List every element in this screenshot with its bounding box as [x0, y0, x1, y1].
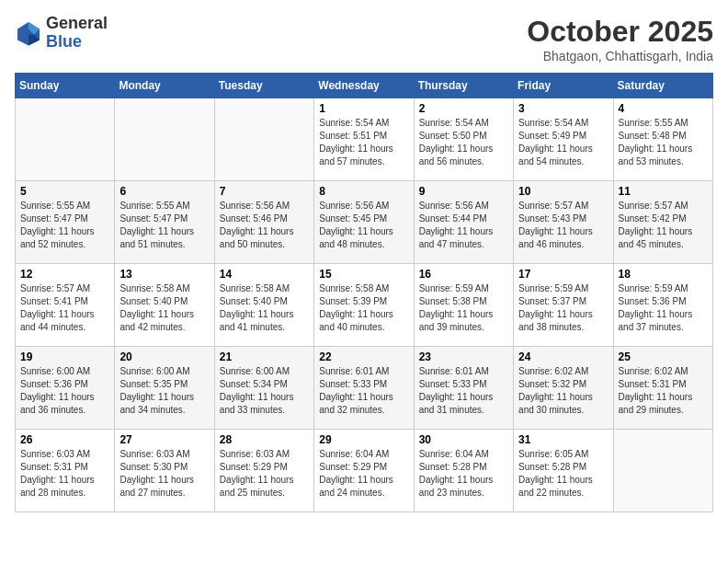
- day-cell: [115, 98, 214, 181]
- day-number: 4: [619, 102, 708, 115]
- day-info: Sunrise: 5:58 AM Sunset: 5:39 PM Dayligh…: [319, 282, 408, 334]
- day-number: 18: [619, 268, 708, 281]
- day-number: 29: [319, 433, 408, 446]
- day-info: Sunrise: 6:00 AM Sunset: 5:34 PM Dayligh…: [220, 365, 309, 417]
- day-number: 20: [119, 350, 209, 363]
- day-info: Sunrise: 6:05 AM Sunset: 5:28 PM Dayligh…: [518, 448, 608, 500]
- day-cell: 29Sunrise: 6:04 AM Sunset: 5:29 PM Dayli…: [314, 430, 414, 512]
- day-cell: 7Sunrise: 5:56 AM Sunset: 5:46 PM Daylig…: [214, 181, 313, 264]
- day-info: Sunrise: 6:02 AM Sunset: 5:31 PM Dayligh…: [619, 365, 708, 417]
- day-number: 25: [619, 350, 708, 363]
- week-row-3: 12Sunrise: 5:57 AM Sunset: 5:41 PM Dayli…: [16, 264, 713, 347]
- day-number: 22: [319, 350, 408, 363]
- day-info: Sunrise: 5:54 AM Sunset: 5:50 PM Dayligh…: [419, 117, 508, 168]
- day-info: Sunrise: 5:57 AM Sunset: 5:42 PM Dayligh…: [619, 200, 708, 251]
- day-info: Sunrise: 6:02 AM Sunset: 5:32 PM Dayligh…: [518, 365, 608, 417]
- day-info: Sunrise: 5:58 AM Sunset: 5:40 PM Dayligh…: [119, 282, 209, 334]
- day-cell: [214, 98, 313, 181]
- day-info: Sunrise: 6:03 AM Sunset: 5:31 PM Dayligh…: [20, 448, 109, 500]
- day-info: Sunrise: 6:03 AM Sunset: 5:29 PM Dayligh…: [220, 448, 309, 500]
- day-info: Sunrise: 5:55 AM Sunset: 5:48 PM Dayligh…: [619, 117, 708, 168]
- day-number: 5: [20, 185, 109, 198]
- day-number: 2: [419, 102, 508, 115]
- day-info: Sunrise: 5:59 AM Sunset: 5:36 PM Dayligh…: [619, 282, 708, 334]
- day-number: 13: [119, 268, 209, 281]
- day-number: 31: [518, 433, 608, 446]
- day-cell: 12Sunrise: 5:57 AM Sunset: 5:41 PM Dayli…: [16, 264, 115, 347]
- day-info: Sunrise: 6:00 AM Sunset: 5:35 PM Dayligh…: [119, 365, 209, 417]
- weekday-header-sunday: Sunday: [16, 74, 115, 98]
- day-number: 9: [419, 185, 508, 198]
- day-number: 17: [518, 268, 608, 281]
- day-info: Sunrise: 5:59 AM Sunset: 5:37 PM Dayligh…: [518, 282, 608, 334]
- weekday-header-saturday: Saturday: [613, 74, 712, 98]
- logo-general: General: [46, 15, 108, 33]
- day-cell: 13Sunrise: 5:58 AM Sunset: 5:40 PM Dayli…: [115, 264, 214, 347]
- day-number: 1: [319, 102, 408, 115]
- day-info: Sunrise: 6:04 AM Sunset: 5:28 PM Dayligh…: [419, 448, 508, 500]
- day-cell: [613, 430, 712, 512]
- day-info: Sunrise: 5:57 AM Sunset: 5:41 PM Dayligh…: [20, 282, 109, 334]
- weekday-header-friday: Friday: [514, 74, 613, 98]
- day-cell: 24Sunrise: 6:02 AM Sunset: 5:32 PM Dayli…: [514, 347, 613, 430]
- day-number: 11: [619, 185, 708, 198]
- day-info: Sunrise: 5:55 AM Sunset: 5:47 PM Dayligh…: [20, 200, 109, 251]
- day-number: 24: [518, 350, 608, 363]
- day-cell: 25Sunrise: 6:02 AM Sunset: 5:31 PM Dayli…: [613, 347, 712, 430]
- day-info: Sunrise: 5:57 AM Sunset: 5:43 PM Dayligh…: [518, 200, 608, 251]
- day-cell: 19Sunrise: 6:00 AM Sunset: 5:36 PM Dayli…: [16, 347, 115, 430]
- week-row-2: 5Sunrise: 5:55 AM Sunset: 5:47 PM Daylig…: [16, 181, 713, 264]
- day-cell: 15Sunrise: 5:58 AM Sunset: 5:39 PM Dayli…: [314, 264, 414, 347]
- day-cell: 2Sunrise: 5:54 AM Sunset: 5:50 PM Daylig…: [414, 98, 513, 181]
- weekday-header-tuesday: Tuesday: [214, 74, 313, 98]
- day-cell: 28Sunrise: 6:03 AM Sunset: 5:29 PM Dayli…: [214, 430, 313, 512]
- day-cell: 23Sunrise: 6:01 AM Sunset: 5:33 PM Dayli…: [414, 347, 513, 430]
- day-cell: 4Sunrise: 5:55 AM Sunset: 5:48 PM Daylig…: [613, 98, 712, 181]
- day-number: 23: [419, 350, 508, 363]
- calendar-table: SundayMondayTuesdayWednesdayThursdayFrid…: [15, 73, 713, 512]
- day-info: Sunrise: 5:54 AM Sunset: 5:51 PM Dayligh…: [319, 117, 408, 168]
- day-cell: 6Sunrise: 5:55 AM Sunset: 5:47 PM Daylig…: [115, 181, 214, 264]
- day-cell: 22Sunrise: 6:01 AM Sunset: 5:33 PM Dayli…: [314, 347, 414, 430]
- day-number: 21: [220, 350, 309, 363]
- day-cell: 21Sunrise: 6:00 AM Sunset: 5:34 PM Dayli…: [214, 347, 313, 430]
- day-number: 19: [20, 350, 109, 363]
- weekday-header-wednesday: Wednesday: [314, 74, 414, 98]
- day-info: Sunrise: 6:01 AM Sunset: 5:33 PM Dayligh…: [319, 365, 408, 417]
- weekday-header-monday: Monday: [115, 74, 214, 98]
- day-cell: [16, 98, 115, 181]
- title-block: October 2025 Bhatgaon, Chhattisgarh, Ind…: [527, 15, 713, 63]
- day-info: Sunrise: 6:01 AM Sunset: 5:33 PM Dayligh…: [419, 365, 508, 417]
- day-number: 7: [220, 185, 309, 198]
- day-number: 30: [419, 433, 508, 446]
- day-number: 14: [220, 268, 309, 281]
- day-info: Sunrise: 5:54 AM Sunset: 5:49 PM Dayligh…: [518, 117, 608, 168]
- day-number: 8: [319, 185, 408, 198]
- week-row-4: 19Sunrise: 6:00 AM Sunset: 5:36 PM Dayli…: [16, 347, 713, 430]
- month-title: October 2025: [527, 15, 713, 49]
- day-cell: 14Sunrise: 5:58 AM Sunset: 5:40 PM Dayli…: [214, 264, 313, 347]
- logo: General Blue: [15, 15, 108, 52]
- day-info: Sunrise: 5:56 AM Sunset: 5:46 PM Dayligh…: [220, 200, 309, 251]
- day-number: 15: [319, 268, 408, 281]
- day-number: 28: [220, 433, 309, 446]
- day-cell: 11Sunrise: 5:57 AM Sunset: 5:42 PM Dayli…: [613, 181, 712, 264]
- day-cell: 27Sunrise: 6:03 AM Sunset: 5:30 PM Dayli…: [115, 430, 214, 512]
- day-cell: 20Sunrise: 6:00 AM Sunset: 5:35 PM Dayli…: [115, 347, 214, 430]
- day-info: Sunrise: 5:58 AM Sunset: 5:40 PM Dayligh…: [220, 282, 309, 334]
- day-cell: 17Sunrise: 5:59 AM Sunset: 5:37 PM Dayli…: [514, 264, 613, 347]
- logo-blue: Blue: [46, 33, 108, 52]
- day-info: Sunrise: 6:04 AM Sunset: 5:29 PM Dayligh…: [319, 448, 408, 500]
- day-info: Sunrise: 5:55 AM Sunset: 5:47 PM Dayligh…: [119, 200, 209, 251]
- day-cell: 10Sunrise: 5:57 AM Sunset: 5:43 PM Dayli…: [514, 181, 613, 264]
- day-info: Sunrise: 5:56 AM Sunset: 5:44 PM Dayligh…: [419, 200, 508, 251]
- day-number: 12: [20, 268, 109, 281]
- day-info: Sunrise: 6:00 AM Sunset: 5:36 PM Dayligh…: [20, 365, 109, 417]
- day-cell: 1Sunrise: 5:54 AM Sunset: 5:51 PM Daylig…: [314, 98, 414, 181]
- day-number: 6: [119, 185, 209, 198]
- day-number: 27: [119, 433, 209, 446]
- week-row-5: 26Sunrise: 6:03 AM Sunset: 5:31 PM Dayli…: [16, 430, 713, 512]
- day-cell: 9Sunrise: 5:56 AM Sunset: 5:44 PM Daylig…: [414, 181, 513, 264]
- weekday-header-row: SundayMondayTuesdayWednesdayThursdayFrid…: [16, 74, 713, 98]
- day-cell: 8Sunrise: 5:56 AM Sunset: 5:45 PM Daylig…: [314, 181, 414, 264]
